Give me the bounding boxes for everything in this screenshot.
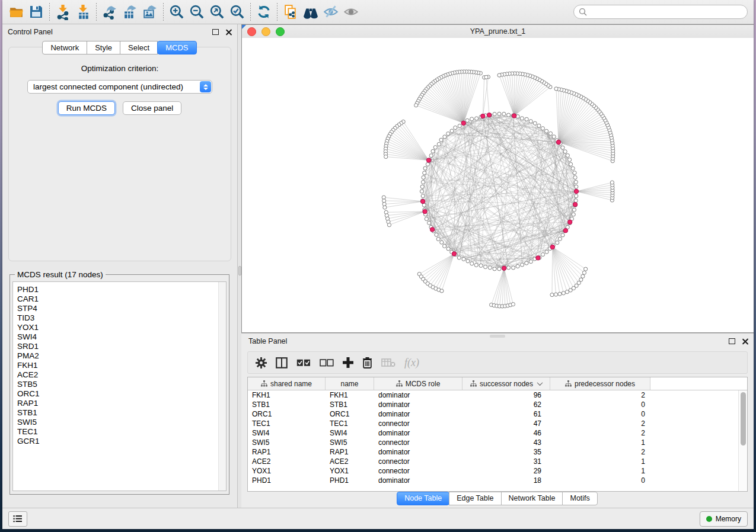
table-scrollbar[interactable] (738, 390, 747, 491)
tab-node-table[interactable]: Node Table (397, 492, 449, 505)
table-row[interactable]: YOX1YOX1connector291 (248, 466, 747, 476)
mcds-result-item[interactable]: GCR1 (17, 437, 226, 446)
deselect-all-button[interactable] (320, 359, 334, 367)
column-header-MCDS-role[interactable]: MCDS role (374, 377, 462, 390)
mcds-result-item[interactable]: SRD1 (17, 342, 226, 351)
import-network-button[interactable] (53, 2, 73, 22)
status-bar: Memory (2, 508, 754, 529)
table-row[interactable]: SWI5SWI5connector431 (248, 438, 747, 447)
mcds-result-item[interactable]: SWI4 (17, 332, 226, 342)
mcds-result-item[interactable]: STB5 (17, 380, 226, 389)
memory-button[interactable]: Memory (700, 511, 748, 527)
cell-MCDS-role: dominator (374, 400, 462, 409)
optimization-label: Optimization criterion: (9, 64, 231, 73)
mcds-result-item[interactable]: PMA2 (17, 351, 226, 361)
mcds-result-item[interactable]: PHD1 (17, 285, 226, 294)
cell-MCDS-role: dominator (374, 448, 462, 456)
table-row[interactable]: RAP1RAP1dominator352 (248, 447, 747, 457)
delete-table-button[interactable] (381, 358, 395, 367)
float-panel-icon[interactable] (729, 338, 735, 344)
splitter-grip[interactable] (238, 266, 241, 275)
column-header-predecessor-nodes[interactable]: predecessor nodes (550, 377, 650, 390)
hide-graphics-details-button[interactable] (321, 2, 341, 22)
zoom-out-button[interactable] (187, 2, 207, 22)
optimization-select[interactable]: largest connected component (undirected) (27, 80, 212, 94)
close-panel-button[interactable]: Close panel (123, 101, 181, 115)
mcds-result-item[interactable]: SWI5 (17, 418, 226, 427)
table-scrollbar-thumb[interactable] (741, 392, 746, 446)
table-row[interactable]: PHD1PHD1dominator180 (248, 476, 747, 485)
network-graph[interactable] (242, 38, 752, 332)
table-row[interactable]: FKH1FKH1dominator962 (248, 390, 747, 400)
main-area: Control Panel NetworkStyleSelectMCDS Opt… (2, 24, 754, 508)
table-row[interactable]: SWI4SWI4dominator462 (248, 428, 747, 438)
eye-icon (343, 4, 359, 20)
mcds-result-item[interactable]: ACE2 (17, 370, 226, 380)
table-row[interactable]: STB1STB1dominator620 (248, 400, 747, 409)
table-row[interactable]: TEC1TEC1connector472 (248, 419, 747, 428)
float-panel-icon[interactable] (212, 29, 219, 35)
cell-name: ACE2 (326, 457, 374, 466)
cell-name: PHD1 (326, 476, 374, 485)
select-all-button[interactable] (296, 359, 311, 367)
tab-style[interactable]: Style (87, 41, 120, 55)
unchecked-boxes-icon (320, 359, 334, 367)
refresh-button[interactable] (254, 2, 274, 22)
cell-shared-name: YOX1 (248, 467, 326, 475)
main-toolbar (2, 0, 754, 24)
close-panel-icon[interactable] (742, 338, 748, 345)
column-header-name[interactable]: name (326, 377, 374, 390)
tab-network-table[interactable]: Network Table (501, 492, 563, 505)
mcds-result-item[interactable]: FKH1 (17, 361, 226, 370)
mcds-result-item[interactable]: STB1 (17, 408, 226, 418)
mcds-result-item[interactable]: RAP1 (17, 399, 226, 408)
mcds-result-scrollbar[interactable] (218, 282, 226, 491)
dropdown-stepper-icon (200, 81, 211, 92)
mcds-result-item[interactable]: TID3 (17, 313, 226, 323)
column-header-shared-name[interactable]: shared name (248, 377, 326, 390)
tab-network[interactable]: Network (42, 41, 87, 55)
add-column-button[interactable] (343, 357, 353, 368)
show-graphics-details-button[interactable] (341, 2, 361, 22)
column-header-successor-nodes[interactable]: successor nodes (462, 377, 550, 390)
tab-select[interactable]: Select (120, 41, 158, 55)
network-canvas[interactable] (242, 38, 754, 332)
mcds-result-item[interactable]: ORC1 (17, 389, 226, 399)
export-image-button[interactable] (140, 2, 160, 22)
share-document-button[interactable] (280, 2, 301, 22)
export-network-button[interactable] (100, 2, 120, 22)
tab-mcds[interactable]: MCDS (157, 41, 196, 55)
mcds-result-item[interactable]: CAR1 (17, 294, 226, 304)
table-header-row: shared namenameMCDS rolesuccessor nodesp… (248, 377, 747, 390)
column-browser-button[interactable] (276, 357, 288, 368)
search-input[interactable] (590, 6, 747, 18)
save-session-button[interactable] (26, 2, 46, 22)
close-panel-icon[interactable] (225, 29, 232, 36)
first-neighbors-button[interactable] (301, 2, 321, 22)
delete-column-button[interactable] (362, 357, 372, 368)
mcds-result-list[interactable]: PHD1CAR1STP4TID3YOX1SWI4SRD1PMA2FKH1ACE2… (12, 281, 227, 491)
zoom-selected-button[interactable] (227, 2, 247, 22)
zoom-in-button[interactable] (167, 2, 187, 22)
cell-name: STB1 (326, 400, 374, 409)
task-history-button[interactable] (8, 511, 27, 527)
tab-edge-table[interactable]: Edge Table (449, 492, 501, 505)
function-builder-button[interactable]: f(x) (404, 357, 419, 369)
mcds-result-item[interactable]: TEC1 (17, 427, 226, 437)
zoom-fit-button[interactable] (207, 2, 227, 22)
import-table-button[interactable] (73, 2, 93, 22)
mcds-result-item[interactable]: STP4 (17, 304, 226, 313)
attribute-type-icon (565, 380, 572, 387)
table-panel-grip[interactable] (490, 335, 505, 338)
table-row[interactable]: ORC1ORC1dominator610 (248, 409, 747, 419)
cell-name: YOX1 (326, 467, 374, 475)
table-row[interactable]: ACE2ACE2connector311 (248, 457, 747, 466)
mcds-result-item[interactable]: YOX1 (17, 323, 226, 332)
run-mcds-button[interactable]: Run MCDS (58, 101, 115, 115)
network-title-bar[interactable]: YPA_prune.txt_1 (242, 25, 754, 39)
cell-successor-nodes: 47 (462, 419, 550, 428)
tab-motifs[interactable]: Motifs (562, 492, 597, 505)
open-session-button[interactable] (6, 2, 26, 22)
table-settings-button[interactable] (256, 357, 267, 368)
export-table-button[interactable] (120, 2, 140, 22)
